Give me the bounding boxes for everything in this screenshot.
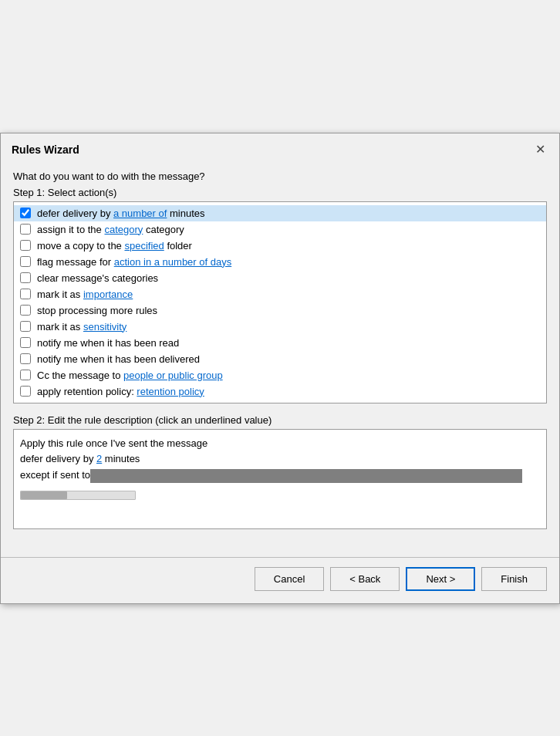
item-importance-text: mark it as importance [37, 289, 133, 300]
sensitivity-link[interactable]: sensitivity [83, 321, 127, 333]
list-item[interactable]: notify me when it has been read [14, 335, 546, 351]
divider [1, 557, 559, 558]
desc-line2: defer delivery by 2 minutes [20, 451, 540, 468]
rules-wizard-dialog: Rules Wizard ✕ What do you want to do wi… [0, 133, 560, 604]
button-row: Cancel < Back Next > Finish [1, 567, 559, 603]
close-button[interactable]: ✕ [531, 141, 548, 158]
item-cc-text: Cc the message to people or public group [37, 370, 223, 381]
title-bar: Rules Wizard ✕ [1, 133, 559, 163]
cancel-button[interactable]: Cancel [255, 567, 324, 591]
item-stop-text: stop processing more rules [37, 305, 157, 316]
item-move-text: move a copy to the specified folder [37, 240, 192, 252]
dialog-title: Rules Wizard [12, 143, 79, 156]
finish-button[interactable]: Finish [481, 567, 547, 591]
list-item[interactable]: defer delivery by a number of minutes [14, 205, 546, 221]
item-notify-delivered-text: notify me when it has been delivered [37, 353, 200, 365]
desc-line3: except if sent to [20, 468, 540, 484]
desc-line2-before: defer delivery by [20, 453, 96, 464]
item-sensitivity-text: mark it as sensitivity [37, 321, 127, 333]
list-item[interactable]: flag message for action in a number of d… [14, 254, 546, 270]
item-notify-read-text: notify me when it has been read [37, 337, 179, 349]
step2-label: Step 2: Edit the rule description (click… [13, 414, 547, 426]
item-notify-read-checkbox[interactable] [20, 337, 31, 348]
item-defer-text: defer delivery by a number of minutes [37, 208, 205, 219]
list-item[interactable]: mark it as importance [14, 286, 546, 302]
defer-link[interactable]: a number of [113, 208, 167, 219]
item-defer-checkbox[interactable] [20, 208, 31, 218]
step1-label: Step 1: Select action(s) [13, 187, 547, 198]
specified-link[interactable]: specified [124, 240, 164, 252]
desc-line2-after: minutes [102, 453, 140, 464]
scrollbar-thumb[interactable] [21, 491, 67, 499]
question-text: What do you want to do with the message? [13, 170, 547, 182]
list-item[interactable]: Cc the message to people or public group [14, 367, 546, 383]
importance-link[interactable]: importance [83, 289, 133, 300]
desc-line1: Apply this rule once I've sent the messa… [20, 436, 540, 452]
item-sensitivity-checkbox[interactable] [20, 321, 31, 332]
description-box: Apply this rule once I've sent the messa… [13, 429, 547, 529]
sent-to-highlight [90, 469, 522, 483]
horizontal-scrollbar[interactable] [20, 491, 136, 500]
people-group-link[interactable]: people or public group [123, 370, 223, 381]
list-item[interactable]: stop processing more rules [14, 302, 546, 319]
retention-policy-link[interactable]: retention policy [137, 386, 204, 397]
item-assign-checkbox[interactable] [20, 224, 31, 235]
item-clear-checkbox[interactable] [20, 272, 31, 283]
action-days-link[interactable]: action in a number of days [114, 256, 231, 268]
list-item[interactable]: apply retention policy: retention policy [14, 383, 546, 400]
item-flag-checkbox[interactable] [20, 256, 31, 267]
list-item[interactable]: notify me when it has been delivered [14, 351, 546, 367]
list-item[interactable]: move a copy to the specified folder [14, 238, 546, 254]
back-button[interactable]: < Back [330, 567, 400, 591]
item-assign-text: assign it to the category category [37, 224, 184, 235]
list-item[interactable]: mark it as sensitivity [14, 319, 546, 335]
list-item[interactable]: clear message's categories [14, 270, 546, 286]
item-stop-checkbox[interactable] [20, 305, 31, 316]
item-move-checkbox[interactable] [20, 240, 31, 251]
category-link[interactable]: category [104, 224, 143, 235]
item-notify-delivered-checkbox[interactable] [20, 353, 31, 364]
item-retention-text: apply retention policy: retention policy [37, 386, 204, 397]
list-item[interactable]: assign it to the category category [14, 221, 546, 238]
next-button[interactable]: Next > [406, 567, 475, 591]
item-retention-checkbox[interactable] [20, 386, 31, 397]
item-importance-checkbox[interactable] [20, 289, 31, 299]
step1-listbox: defer delivery by a number of minutes as… [13, 201, 547, 403]
desc-line3-before: except if sent to [20, 469, 90, 481]
item-flag-text: flag message for action in a number of d… [37, 256, 231, 268]
scrollbar-area [20, 490, 540, 501]
item-clear-text: clear message's categories [37, 272, 158, 284]
dialog-body: What do you want to do with the message?… [1, 163, 559, 549]
item-cc-checkbox[interactable] [20, 370, 31, 380]
